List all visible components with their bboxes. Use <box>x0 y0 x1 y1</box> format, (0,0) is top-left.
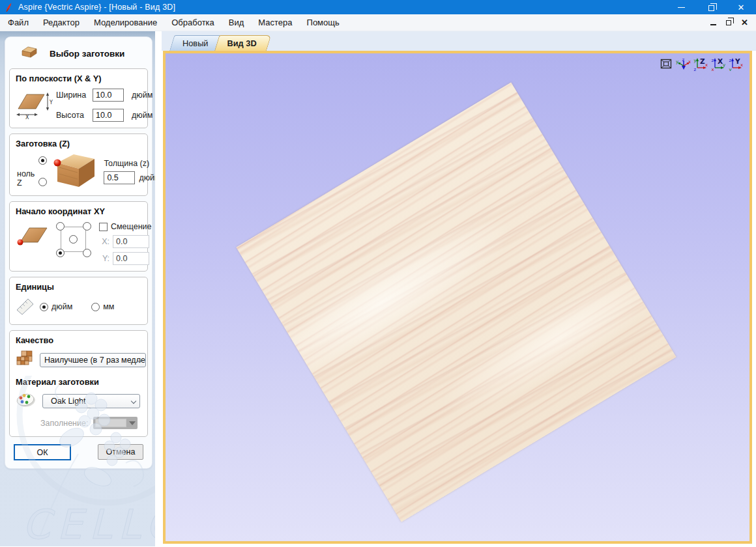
dialog-title: Выбор заготовки <box>50 49 124 59</box>
origin-plane-icon <box>16 221 50 251</box>
origin-center-radio[interactable] <box>69 235 78 244</box>
offset-y-input[interactable] <box>113 252 149 265</box>
view-orientation-toolbar: z y x <box>658 57 744 71</box>
units-inch-label: дюйм <box>51 302 72 311</box>
front-view-y-icon[interactable]: z x y Y <box>729 57 744 71</box>
origin-bottom-right-radio[interactable] <box>83 249 91 257</box>
material-select[interactable]: Oak Light <box>42 394 140 408</box>
window-restore-button[interactable] <box>696 0 726 14</box>
quality-group-title: Качество <box>16 335 141 345</box>
quality-grid-icon <box>16 350 34 371</box>
z-zero-label: ноль Z <box>17 169 35 188</box>
menubar: Файл Редактор Моделирование Обработка Ви… <box>0 14 756 31</box>
thickness-input[interactable] <box>104 171 135 184</box>
zoom-to-fit-icon[interactable] <box>658 57 674 71</box>
origin-top-right-radio[interactable] <box>83 222 91 231</box>
material-block-3d <box>236 82 676 522</box>
offset-x-input[interactable] <box>113 235 149 248</box>
size-group-title: По плоскости (X & Y) <box>16 74 141 83</box>
mdi-minimize-icon[interactable] <box>710 24 716 25</box>
svg-text:Y: Y <box>734 57 740 65</box>
menu-toolpaths[interactable]: Обработка <box>164 14 222 31</box>
svg-text:X: X <box>718 57 723 65</box>
cancel-button[interactable]: Отмена <box>98 444 143 460</box>
quality-select[interactable]: Наилучшее (в 7 раз медленн <box>40 353 146 367</box>
top-view-z-icon[interactable]: y x z Z <box>693 57 709 71</box>
side-view-x-icon[interactable]: z y x X <box>711 57 727 71</box>
height-input[interactable] <box>93 109 124 122</box>
tab-new[interactable]: Новый <box>169 35 218 51</box>
svg-text:X: X <box>25 115 29 119</box>
tab-view-3d[interactable]: Вид 3D <box>214 35 267 51</box>
fill-color-swatch <box>95 419 126 427</box>
offset-x-label: X: <box>99 237 109 246</box>
menu-file[interactable]: Файл <box>0 14 36 31</box>
window-minimize-button[interactable] <box>666 0 696 14</box>
left-panel-column: Выбор заготовки По плоскости (X & Y) <box>0 31 155 546</box>
thickness-unit: дюйм <box>135 173 155 182</box>
menu-gadgets[interactable]: Мастера <box>251 14 299 31</box>
width-label: Ширина <box>56 91 93 100</box>
units-group-title: Единицы <box>16 282 141 292</box>
view-3d-canvas[interactable]: z y x <box>163 51 752 544</box>
svg-text:z: z <box>712 58 714 63</box>
svg-text:x: x <box>712 67 714 72</box>
close-icon: ✕ <box>738 3 745 12</box>
thickness-label: Толщина (z) <box>104 159 155 168</box>
svg-text:x: x <box>688 59 691 64</box>
mdi-restore-icon[interactable] <box>726 20 731 25</box>
palette-icon <box>16 391 36 411</box>
window-close-button[interactable]: ✕ <box>726 0 756 14</box>
size-group: По плоскости (X & Y) Y <box>9 68 148 128</box>
restore-icon <box>708 5 714 11</box>
height-unit: дюйм <box>128 111 153 120</box>
ok-button[interactable]: ОК <box>14 444 71 460</box>
material-group-title: Материал заготовки <box>16 377 141 387</box>
svg-text:x: x <box>740 63 743 68</box>
width-unit: дюйм <box>128 91 153 100</box>
svg-text:z: z <box>694 67 697 72</box>
fill-label: Заполнение: <box>40 419 88 428</box>
watermark-text: CELLO <box>22 501 155 546</box>
menu-modeling[interactable]: Моделирование <box>87 14 164 31</box>
z-zero-bottom-radio[interactable] <box>38 178 47 186</box>
wood-block-icon <box>18 45 39 62</box>
menu-view[interactable]: Вид <box>222 14 252 31</box>
offset-label: Смещение <box>111 222 152 231</box>
mdi-close-icon[interactable]: ✕ <box>741 18 748 27</box>
view-column: Новый Вид 3D <box>162 31 756 546</box>
ruler-icon <box>16 296 35 317</box>
titlebar: Aspire {Vectric Aspire} - [Новый - Вид 3… <box>0 0 756 14</box>
app-window: Aspire {Vectric Aspire} - [Новый - Вид 3… <box>0 0 756 547</box>
origin-group: Начало координат XY <box>9 201 148 272</box>
z-zero-top-radio[interactable] <box>38 156 47 165</box>
origin-top-left-radio[interactable] <box>56 222 65 231</box>
menu-help[interactable]: Помощь <box>300 14 347 31</box>
units-group: Единицы <box>9 277 148 325</box>
z-group: Заготовка (Z) ноль Z <box>9 133 148 196</box>
tab-view-3d-label: Вид 3D <box>227 38 257 48</box>
fill-color-select <box>93 417 138 429</box>
offset-y-label: Y: <box>99 254 109 263</box>
offset-checkbox[interactable] <box>99 223 108 231</box>
units-mm-label: мм <box>103 302 114 311</box>
quality-selected-value: Наилучшее (в 7 раз медленн <box>44 356 146 365</box>
window-title: Aspire {Vectric Aspire} - [Новый - Вид 3… <box>18 3 175 12</box>
tab-new-label: Новый <box>182 38 209 48</box>
svg-text:x: x <box>705 63 708 68</box>
material-selected-value: Oak Light <box>51 397 86 406</box>
units-inch-radio[interactable] <box>40 303 48 311</box>
panel-view-gutter <box>155 31 162 546</box>
app-logo-feather-icon <box>5 3 14 12</box>
material-plane-icon: Y X <box>16 88 56 122</box>
dropdown-arrow-icon <box>129 421 136 425</box>
menu-edit[interactable]: Редактор <box>36 14 87 31</box>
svg-text:y: y <box>676 59 678 64</box>
width-input[interactable] <box>93 89 124 102</box>
origin-bottom-left-radio[interactable] <box>56 249 65 257</box>
view-tabbar: Новый Вид 3D <box>162 31 756 51</box>
units-mm-radio[interactable] <box>91 303 100 311</box>
svg-text:z: z <box>729 58 732 63</box>
isometric-view-icon[interactable]: z y x <box>676 57 691 71</box>
height-label: Высота <box>56 111 93 120</box>
